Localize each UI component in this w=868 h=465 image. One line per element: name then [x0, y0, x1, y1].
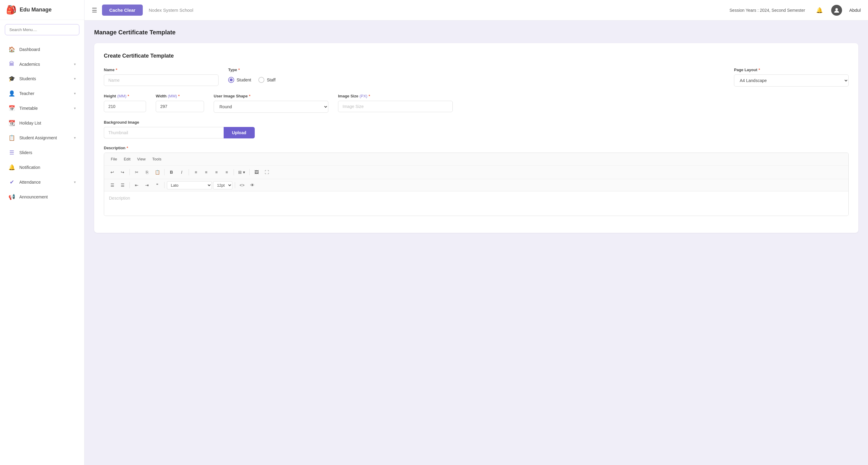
outdent-button[interactable]: ⇤ — [132, 181, 141, 189]
editor-menu-file[interactable]: File — [108, 155, 120, 163]
preview-button[interactable]: 👁 — [248, 181, 257, 189]
page-layout-group: Page Layout * A4 Landscape A4 Portrait A… — [734, 68, 849, 87]
required-star: * — [128, 94, 129, 98]
sidebar-item-label: Students — [19, 76, 70, 81]
editor-menubar: File Edit View Tools — [104, 153, 848, 166]
page-layout-label: Page Layout * — [734, 68, 849, 72]
form-row-2: Height (MM) * Width (MM) * — [104, 94, 849, 113]
image-size-input[interactable] — [338, 101, 453, 112]
copy-button[interactable]: ⎘ — [143, 168, 152, 176]
search-input[interactable] — [5, 24, 80, 35]
form-row-3: Background Image Upload — [104, 120, 849, 138]
ordered-list-button[interactable]: ☰ — [118, 181, 127, 189]
sidebar-item-label: Teacher — [19, 91, 70, 96]
align-left-button[interactable]: ≡ — [191, 168, 200, 176]
height-input[interactable] — [104, 101, 146, 112]
justify-button[interactable]: ≡ — [222, 168, 231, 176]
height-unit: (MM) — [117, 94, 126, 98]
height-group: Height (MM) * — [104, 94, 146, 112]
radio-label-student: Student — [237, 77, 251, 82]
user-image-shape-select[interactable]: Round Square Rectangle — [214, 101, 329, 113]
radio-circle-staff — [258, 77, 265, 83]
username: Abdul — [849, 7, 861, 13]
sliders-icon: ☰ — [8, 149, 15, 156]
image-size-group: Image Size (PX) * — [338, 94, 453, 112]
description-label: Description * — [104, 146, 849, 150]
sidebar-item-label: Attendance — [19, 180, 70, 185]
bg-thumbnail-input[interactable] — [104, 127, 224, 138]
sidebar-item-academics[interactable]: 🏛 Academics ▾ — [2, 57, 82, 71]
sidebar-item-timetable[interactable]: 📅 Timetable ▾ — [2, 101, 82, 115]
teacher-icon: 👤 — [8, 90, 15, 97]
bold-button[interactable]: B — [167, 168, 176, 176]
required-star: * — [758, 68, 760, 72]
required-star: * — [249, 94, 250, 98]
sidebar-item-teacher[interactable]: 👤 Teacher ▾ — [2, 86, 82, 101]
fullscreen-button[interactable]: ⛶ — [262, 168, 271, 176]
bg-upload-row: Upload — [104, 127, 255, 138]
bg-image-group: Background Image Upload — [104, 120, 255, 138]
editor-body[interactable]: Description — [104, 192, 848, 215]
sidebar-item-attendance[interactable]: ✔ Attendance ▾ — [2, 175, 82, 189]
table-button[interactable]: ⊞ ▾ — [236, 168, 247, 176]
required-star: * — [178, 94, 180, 98]
sidebar-search-container — [0, 20, 84, 39]
holiday-icon: 📆 — [8, 120, 15, 126]
italic-button[interactable]: I — [177, 168, 186, 176]
quote-button[interactable]: " — [153, 181, 162, 189]
sidebar-nav: 🏠 Dashboard 🏛 Academics ▾ 🎓 Students ▾ 👤… — [0, 39, 84, 207]
code-button[interactable]: <> — [238, 181, 247, 189]
sidebar-item-holiday-list[interactable]: 📆 Holiday List — [2, 116, 82, 130]
paste-button[interactable]: 📋 — [153, 168, 162, 176]
main-area: ☰ Cache Clear Nodex System School Sessio… — [85, 0, 868, 465]
width-input[interactable] — [156, 101, 204, 112]
avatar — [831, 5, 842, 16]
undo-button[interactable]: ↩ — [108, 168, 117, 176]
sidebar-item-student-assignment[interactable]: 📋 Student Assignment ▾ — [2, 131, 82, 145]
sidebar-item-sliders[interactable]: ☰ Sliders — [2, 145, 82, 160]
sidebar-logo: 🎒 Edu Manage — [0, 0, 84, 20]
editor-menu-view[interactable]: View — [134, 155, 149, 163]
logo-icon: 🎒 — [6, 5, 17, 15]
attendance-icon: ✔ — [8, 179, 15, 186]
align-center-button[interactable]: ≡ — [202, 168, 211, 176]
radio-label-staff: Staff — [267, 77, 276, 82]
type-group: Type * Student Staff — [228, 68, 724, 85]
cut-button[interactable]: ✂ — [132, 168, 141, 176]
align-right-button[interactable]: ≡ — [212, 168, 221, 176]
page-content: Manage Certificate Template Create Certi… — [85, 21, 868, 465]
sidebar-item-announcement[interactable]: 📢 Announcement — [2, 190, 82, 204]
sidebar: 🎒 Edu Manage 🏠 Dashboard 🏛 Academics ▾ 🎓… — [0, 0, 85, 465]
sidebar-item-notification[interactable]: 🔔 Notification — [2, 160, 82, 175]
page-title: Manage Certificate Template — [94, 29, 858, 36]
sidebar-item-students[interactable]: 🎓 Students ▾ — [2, 71, 82, 86]
type-radio-staff[interactable]: Staff — [258, 77, 276, 83]
unordered-list-button[interactable]: ☰ — [108, 181, 117, 189]
redo-button[interactable]: ↪ — [118, 168, 127, 176]
font-family-select[interactable]: Lato Arial Times New Roman — [167, 181, 212, 189]
toolbar-separator — [164, 169, 164, 175]
upload-button[interactable]: Upload — [224, 127, 255, 138]
font-size-select[interactable]: 12pt 14pt 16pt 18pt — [213, 181, 232, 189]
chevron-down-icon: ▾ — [74, 180, 76, 184]
image-button[interactable]: 🖼 — [252, 168, 261, 176]
name-input[interactable] — [104, 74, 218, 86]
page-layout-select[interactable]: A4 Landscape A4 Portrait A3 Landscape A3… — [734, 74, 849, 87]
editor-menu-edit[interactable]: Edit — [121, 155, 133, 163]
type-radio-student[interactable]: Student — [228, 77, 251, 83]
sidebar-item-dashboard[interactable]: 🏠 Dashboard — [2, 42, 82, 57]
sidebar-item-label: Dashboard — [19, 47, 76, 52]
description-group: Description * File Edit View Tools — [104, 146, 849, 216]
bell-icon[interactable]: 🔔 — [816, 7, 823, 13]
form-row-1: Name * Type * Student — [104, 68, 849, 87]
editor-menu-tools[interactable]: Tools — [149, 155, 164, 163]
required-star: * — [238, 68, 240, 72]
indent-button[interactable]: ⇥ — [143, 181, 152, 189]
type-label: Type * — [228, 68, 724, 72]
required-star: * — [127, 146, 128, 150]
bg-image-label: Background Image — [104, 120, 255, 125]
cache-clear-button[interactable]: Cache Clear — [102, 4, 143, 16]
hamburger-icon[interactable]: ☰ — [92, 7, 97, 14]
timetable-icon: 📅 — [8, 105, 15, 111]
sidebar-item-label: Holiday List — [19, 121, 76, 126]
